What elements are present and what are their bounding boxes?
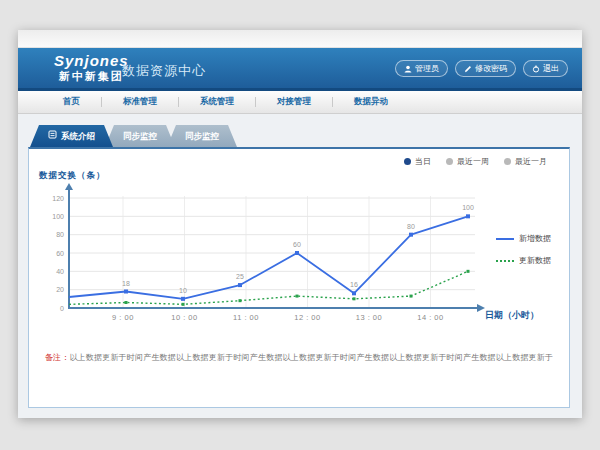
logo-text-cn: 新中新集团 [54,70,129,82]
data-point-label: 60 [293,241,301,248]
data-point[interactable] [410,295,413,298]
y-axis-arrow-icon [65,183,73,190]
change-password-button[interactable]: 修改密码 [455,60,516,77]
user-icon [404,65,412,73]
data-point[interactable] [181,297,185,301]
x-axis-title: 日期（小时） [485,309,539,322]
nav-item-data-change[interactable]: 数据异动 [333,96,409,108]
x-tick-label: 14 : 00 [417,313,443,322]
y-tick-label: 60 [56,250,64,257]
data-point[interactable] [409,233,413,237]
data-point[interactable] [125,301,128,304]
nav-item-system-mgmt[interactable]: 系统管理 [179,96,255,108]
nav-item-interface-mgmt[interactable]: 对接管理 [256,96,332,108]
data-point-label: 80 [407,223,415,230]
tab-sync-monitor-2[interactable]: 同步监控 [167,125,237,147]
chart-legend: 新增数据 更新数据 [496,233,551,266]
tab-label: 同步监控 [185,131,219,141]
x-tick-label: 13 : 00 [356,313,382,322]
y-axis-title: 数据交换（条） [39,170,106,182]
nav-item-standard-mgmt[interactable]: 标准管理 [102,96,178,108]
tab-label: 同步监控 [123,131,157,141]
logout-button[interactable]: 退出 [523,60,568,77]
chart-panel: 当日 最近一周 最近一月 数据交换（条） 0204060801001209 : … [28,147,570,408]
user-button[interactable]: 管理员 [395,60,448,77]
page-title: 数据资源中心 [122,62,206,80]
legend-item-new-data[interactable]: 新增数据 [496,233,551,244]
data-point-label: 16 [350,281,358,288]
legend-line-dotted-icon [496,260,514,262]
data-point[interactable] [238,283,242,287]
line-chart: 0204060801001209 : 0010 : 0011 : 0012 : … [49,182,509,330]
data-point[interactable] [467,270,470,273]
header-actions: 管理员 修改密码 退出 [395,60,568,77]
time-range-filter: 当日 最近一周 最近一月 [404,156,547,167]
x-tick-label: 9 : 00 [112,313,134,322]
data-point-label: 18 [122,280,130,287]
data-point-label: 100 [462,204,474,211]
data-point[interactable] [352,291,356,295]
series-line [69,271,468,304]
power-icon [532,65,540,73]
radio-last-month[interactable]: 最近一月 [504,156,547,167]
y-tick-label: 100 [52,213,64,220]
radio-today[interactable]: 当日 [404,156,431,167]
data-point[interactable] [296,295,299,298]
y-tick-label: 120 [52,195,64,202]
radio-label: 当日 [415,156,431,167]
user-button-label: 管理员 [415,63,439,74]
legend-label: 新增数据 [519,233,551,244]
legend-label: 更新数据 [519,255,551,266]
y-tick-label: 40 [56,268,64,275]
data-point[interactable] [353,297,356,300]
logout-label: 退出 [543,63,559,74]
tab-sync-monitor-1[interactable]: 同步监控 [105,125,175,147]
tab-system-intro[interactable]: 系统介绍 [30,125,113,147]
footnote-text: 以上数据更新于时间产生数据以上数据更新于时间产生数据以上数据更新于时间产生数据以… [69,353,553,362]
legend-item-update-data[interactable]: 更新数据 [496,255,551,266]
edit-icon [464,65,472,73]
nav-item-home[interactable]: 首页 [42,96,101,108]
screenshot-root: Synjones 新中新集团 数据资源中心 管理员 修改密码 [0,0,600,450]
app-header: Synjones 新中新集团 数据资源中心 管理员 修改密码 [18,48,582,88]
radio-last-week[interactable]: 最近一周 [446,156,489,167]
company-logo: Synjones 新中新集团 [54,53,129,82]
radio-label: 最近一月 [515,156,547,167]
page-top-strip [18,30,582,48]
logo-text-en: Synjones [54,53,129,70]
document-icon [48,125,57,147]
x-tick-label: 12 : 00 [294,313,320,322]
radio-dot-icon[interactable] [446,158,453,165]
radio-dot-icon[interactable] [504,158,511,165]
change-password-label: 修改密码 [475,63,507,74]
y-tick-label: 80 [56,231,64,238]
data-point[interactable] [295,251,299,255]
main-nav: 首页 标准管理 系统管理 对接管理 数据异动 [18,91,582,114]
content-area: 系统介绍 同步监控 同步监控 当日 最近一周 [18,114,582,418]
x-tick-label: 10 : 00 [171,313,197,322]
page-window: Synjones 新中新集团 数据资源中心 管理员 修改密码 [18,30,582,418]
tab-bar: 系统介绍 同步监控 同步监控 [30,125,237,147]
radio-label: 最近一周 [457,156,489,167]
data-point[interactable] [466,214,470,218]
data-point[interactable] [239,299,242,302]
y-tick-label: 20 [56,286,64,293]
footnote: 备注：以上数据更新于时间产生数据以上数据更新于时间产生数据以上数据更新于时间产生… [29,352,569,363]
footnote-label: 备注： [45,353,70,362]
data-point-label: 10 [179,287,187,294]
x-axis-arrow-icon [477,304,485,312]
data-point-label: 25 [236,273,244,280]
y-tick-label: 0 [60,305,64,312]
data-point[interactable] [182,303,185,306]
data-point[interactable] [124,290,128,294]
radio-dot-selected-icon[interactable] [404,158,411,165]
tab-label: 系统介绍 [61,125,95,147]
legend-line-solid-icon [496,238,514,240]
x-tick-label: 11 : 00 [233,313,259,322]
